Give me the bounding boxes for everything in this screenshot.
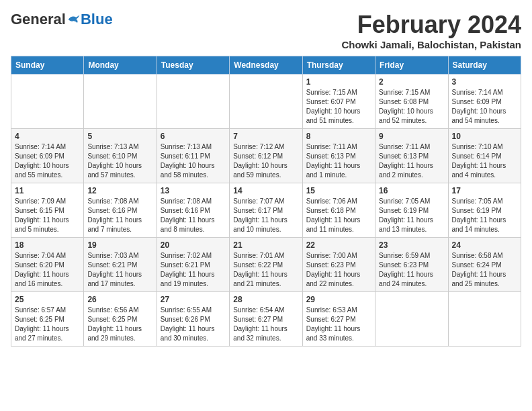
day-info: Sunrise: 7:15 AMSunset: 6:08 PMDaylight:…: [379, 88, 444, 126]
day-info: Sunrise: 7:13 AMSunset: 6:10 PMDaylight:…: [87, 142, 152, 180]
day-number: 9: [379, 132, 444, 141]
calendar-cell: 20Sunrise: 7:02 AMSunset: 6:21 PMDayligh…: [157, 238, 229, 292]
calendar-cell: 8Sunrise: 7:11 AMSunset: 6:13 PMDaylight…: [302, 129, 375, 183]
logo: General Blue: [11, 11, 113, 28]
logo-general-text: General: [11, 11, 66, 28]
calendar-cell: 26Sunrise: 6:56 AMSunset: 6:25 PMDayligh…: [84, 292, 157, 347]
day-info: Sunrise: 7:00 AMSunset: 6:23 PMDaylight:…: [306, 251, 371, 289]
day-number: 14: [233, 186, 298, 195]
location-subtitle: Chowki Jamali, Balochistan, Pakistan: [341, 39, 521, 50]
day-number: 16: [379, 186, 444, 195]
day-number: 1: [306, 77, 371, 87]
calendar-cell: [84, 75, 157, 129]
day-number: 17: [452, 186, 517, 195]
day-info: Sunrise: 7:12 AMSunset: 6:12 PMDaylight:…: [233, 142, 298, 180]
day-number: 5: [87, 132, 152, 141]
header-tuesday: Tuesday: [157, 56, 229, 75]
day-number: 4: [15, 132, 80, 141]
calendar-cell: 10Sunrise: 7:10 AMSunset: 6:14 PMDayligh…: [448, 129, 521, 183]
day-info: Sunrise: 7:11 AMSunset: 6:13 PMDaylight:…: [306, 142, 371, 180]
day-info: Sunrise: 7:08 AMSunset: 6:16 PMDaylight:…: [161, 197, 226, 234]
day-info: Sunrise: 7:07 AMSunset: 6:17 PMDaylight:…: [233, 197, 298, 234]
calendar-cell: 12Sunrise: 7:08 AMSunset: 6:16 PMDayligh…: [84, 183, 157, 238]
calendar-cell: 13Sunrise: 7:08 AMSunset: 6:16 PMDayligh…: [157, 183, 229, 238]
day-number: 13: [161, 186, 226, 195]
day-info: Sunrise: 7:03 AMSunset: 6:21 PMDaylight:…: [87, 251, 152, 289]
day-info: Sunrise: 6:57 AMSunset: 6:25 PMDaylight:…: [15, 306, 80, 343]
calendar-cell: [157, 75, 229, 129]
day-number: 18: [15, 240, 80, 250]
calendar-cell: [448, 292, 521, 347]
header-friday: Friday: [375, 56, 448, 75]
calendar-cell: 17Sunrise: 7:05 AMSunset: 6:19 PMDayligh…: [448, 183, 521, 238]
calendar-cell: 2Sunrise: 7:15 AMSunset: 6:08 PMDaylight…: [375, 75, 448, 129]
day-number: 8: [306, 132, 371, 141]
week-row-2: 4Sunrise: 7:14 AMSunset: 6:09 PMDaylight…: [11, 129, 521, 183]
day-number: 23: [379, 240, 444, 250]
day-number: 28: [233, 295, 298, 304]
calendar-cell: 29Sunrise: 6:53 AMSunset: 6:27 PMDayligh…: [302, 292, 375, 347]
day-info: Sunrise: 7:14 AMSunset: 6:09 PMDaylight:…: [15, 142, 80, 180]
day-number: 6: [161, 132, 226, 141]
day-info: Sunrise: 7:14 AMSunset: 6:09 PMDaylight:…: [452, 88, 517, 126]
day-info: Sunrise: 6:54 AMSunset: 6:27 PMDaylight:…: [233, 306, 298, 343]
day-number: 19: [87, 240, 152, 250]
calendar-cell: 25Sunrise: 6:57 AMSunset: 6:25 PMDayligh…: [11, 292, 84, 347]
calendar-cell: 9Sunrise: 7:11 AMSunset: 6:13 PMDaylight…: [375, 129, 448, 183]
calendar-cell: 18Sunrise: 7:04 AMSunset: 6:20 PMDayligh…: [11, 238, 84, 292]
day-number: 22: [306, 240, 371, 250]
day-number: 26: [87, 295, 152, 304]
day-info: Sunrise: 7:10 AMSunset: 6:14 PMDaylight:…: [452, 142, 517, 180]
header-saturday: Saturday: [448, 56, 521, 75]
day-info: Sunrise: 7:13 AMSunset: 6:11 PMDaylight:…: [161, 142, 226, 180]
header: General Blue February 2024 Chowki Jamali…: [11, 11, 521, 50]
day-info: Sunrise: 7:11 AMSunset: 6:13 PMDaylight:…: [379, 142, 444, 180]
day-number: 20: [161, 240, 226, 250]
week-row-1: 1Sunrise: 7:15 AMSunset: 6:07 PMDaylight…: [11, 75, 521, 129]
calendar-cell: [375, 292, 448, 347]
calendar-cell: 14Sunrise: 7:07 AMSunset: 6:17 PMDayligh…: [230, 183, 302, 238]
calendar-cell: 15Sunrise: 7:06 AMSunset: 6:18 PMDayligh…: [302, 183, 375, 238]
calendar-cell: 22Sunrise: 7:00 AMSunset: 6:23 PMDayligh…: [302, 238, 375, 292]
calendar-cell: 6Sunrise: 7:13 AMSunset: 6:11 PMDaylight…: [157, 129, 229, 183]
header-thursday: Thursday: [302, 56, 375, 75]
calendar-header-row: SundayMondayTuesdayWednesdayThursdayFrid…: [11, 56, 521, 75]
day-number: 12: [87, 186, 152, 195]
day-info: Sunrise: 7:04 AMSunset: 6:20 PMDaylight:…: [15, 251, 80, 289]
calendar-table: SundayMondayTuesdayWednesdayThursdayFrid…: [11, 56, 521, 347]
calendar-cell: 4Sunrise: 7:14 AMSunset: 6:09 PMDaylight…: [11, 129, 84, 183]
day-number: 7: [233, 132, 298, 141]
calendar-cell: 11Sunrise: 7:09 AMSunset: 6:15 PMDayligh…: [11, 183, 84, 238]
day-number: 10: [452, 132, 517, 141]
calendar-cell: 23Sunrise: 6:59 AMSunset: 6:23 PMDayligh…: [375, 238, 448, 292]
day-info: Sunrise: 6:55 AMSunset: 6:26 PMDaylight:…: [161, 306, 226, 343]
calendar-cell: 19Sunrise: 7:03 AMSunset: 6:21 PMDayligh…: [84, 238, 157, 292]
day-info: Sunrise: 7:08 AMSunset: 6:16 PMDaylight:…: [87, 197, 152, 234]
month-year-title: February 2024: [341, 11, 521, 39]
header-sunday: Sunday: [11, 56, 84, 75]
day-info: Sunrise: 7:06 AMSunset: 6:18 PMDaylight:…: [306, 197, 371, 234]
logo-bird-icon: [67, 13, 81, 26]
day-info: Sunrise: 6:59 AMSunset: 6:23 PMDaylight:…: [379, 251, 444, 289]
calendar-cell: 16Sunrise: 7:05 AMSunset: 6:19 PMDayligh…: [375, 183, 448, 238]
day-info: Sunrise: 6:53 AMSunset: 6:27 PMDaylight:…: [306, 306, 371, 343]
day-number: 25: [15, 295, 80, 304]
day-number: 11: [15, 186, 80, 195]
calendar-cell: 7Sunrise: 7:12 AMSunset: 6:12 PMDaylight…: [230, 129, 302, 183]
week-row-4: 18Sunrise: 7:04 AMSunset: 6:20 PMDayligh…: [11, 238, 521, 292]
day-number: 27: [161, 295, 226, 304]
calendar-cell: [11, 75, 84, 129]
header-wednesday: Wednesday: [230, 56, 302, 75]
day-info: Sunrise: 7:02 AMSunset: 6:21 PMDaylight:…: [161, 251, 226, 289]
title-block: February 2024 Chowki Jamali, Balochistan…: [341, 11, 521, 50]
logo-blue-text: Blue: [81, 11, 113, 28]
day-info: Sunrise: 6:58 AMSunset: 6:24 PMDaylight:…: [452, 251, 517, 289]
calendar-cell: 5Sunrise: 7:13 AMSunset: 6:10 PMDaylight…: [84, 129, 157, 183]
calendar-cell: 3Sunrise: 7:14 AMSunset: 6:09 PMDaylight…: [448, 75, 521, 129]
calendar-cell: [230, 75, 302, 129]
day-number: 24: [452, 240, 517, 250]
day-info: Sunrise: 6:56 AMSunset: 6:25 PMDaylight:…: [87, 306, 152, 343]
week-row-5: 25Sunrise: 6:57 AMSunset: 6:25 PMDayligh…: [11, 292, 521, 347]
calendar-cell: 21Sunrise: 7:01 AMSunset: 6:22 PMDayligh…: [230, 238, 302, 292]
day-info: Sunrise: 7:09 AMSunset: 6:15 PMDaylight:…: [15, 197, 80, 234]
